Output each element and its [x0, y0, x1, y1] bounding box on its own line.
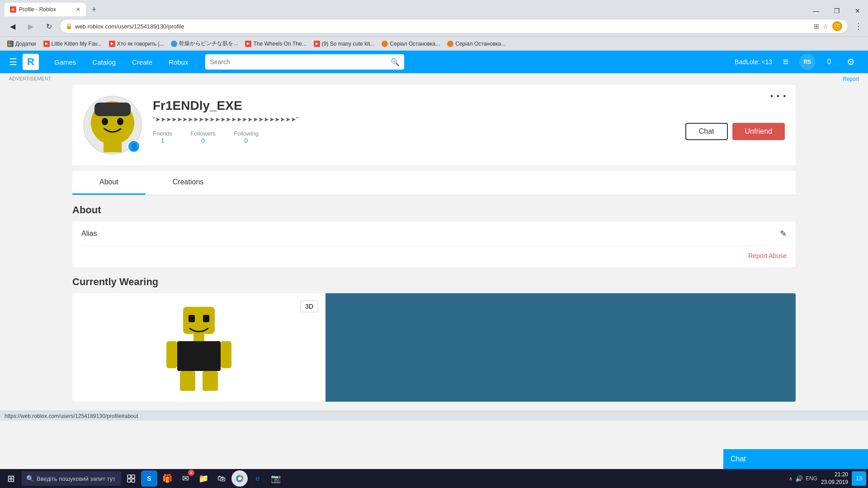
bookmark-addons-label: Додатки — [15, 41, 36, 47]
svg-point-4 — [117, 118, 123, 125]
roblox-logo[interactable]: R — [23, 54, 39, 70]
robux-icon-button[interactable]: RS — [799, 54, 816, 70]
stat-followers-value: 0 — [190, 137, 216, 144]
taskbar-store-icon[interactable]: 🛍 — [213, 470, 230, 487]
bookmark-yt2[interactable]: ▶ Хто як говорить |... — [107, 40, 166, 48]
stat-following[interactable]: Following 0 — [234, 130, 259, 144]
stat-friends-value: 1 — [153, 137, 172, 144]
bookmark-yt3[interactable]: ▶ The Wheels On The... — [243, 40, 308, 48]
new-tab-button[interactable]: + — [88, 3, 100, 16]
settings-icon-button[interactable]: ⚙ — [843, 54, 859, 70]
stat-followers[interactable]: Followers 0 — [190, 130, 216, 144]
bookmark-addons[interactable]: Додатки — [5, 40, 38, 48]
taskbar-mail-icon[interactable]: ✉ 4 — [177, 470, 193, 487]
back-button[interactable]: ◀ — [5, 19, 20, 33]
wearing-section-title: Currently Wearing — [72, 276, 796, 288]
browser-tab[interactable]: R Profile - Roblox ✕ — [5, 3, 86, 16]
taskbar-chrome-icon[interactable] — [231, 470, 248, 487]
currency-count: 0 — [821, 54, 837, 70]
svg-rect-12 — [180, 371, 195, 391]
bookmark-fox1[interactable]: Серіал Остановка... — [380, 40, 442, 48]
stat-friends-label: Friends — [153, 130, 172, 137]
bookmark-yt2-label: Хто як говорить |... — [117, 41, 164, 47]
ad-label: ADVERTISEMENT — [9, 76, 51, 82]
window-minimize-button[interactable]: — — [806, 3, 826, 19]
stat-followers-label: Followers — [190, 130, 216, 137]
stat-friends[interactable]: Friends 1 — [153, 130, 172, 144]
roblox-navbar: ☰ R Games Catalog Create Robux 🔍 BadLole… — [0, 51, 868, 73]
taskbar: ⊞ 🔍 Введіть пошуковий запит тут S 🎁 ✉ 4 … — [0, 469, 868, 488]
window-close-button[interactable]: ✕ — [847, 3, 868, 19]
svg-point-3 — [102, 118, 108, 125]
chat-popup[interactable]: Chat — [723, 449, 868, 469]
taskbar-speaker-icon[interactable]: 🔊 — [795, 475, 803, 482]
search-input[interactable] — [210, 58, 388, 66]
svg-rect-13 — [203, 371, 218, 391]
bookmark-yt4-label: (9) So many cute kit... — [322, 41, 375, 47]
profile-more-button[interactable]: • • • — [770, 92, 787, 100]
bookmark-star-icon[interactable]: ☆ — [823, 23, 829, 30]
tab-favicon: R — [10, 6, 16, 13]
about-alias-row: Alias ✎ — [81, 229, 787, 246]
profile-card: 👤 Fr1ENDly_EXE "➤➤➤➤➤➤➤➤➤➤➤➤➤➤➤➤➤➤➤➤➤➤➤➤… — [72, 85, 796, 165]
profile-avatar-wrap: 👤 — [83, 96, 142, 155]
taskbar-notification-button[interactable]: 13 — [852, 471, 866, 486]
tab-close-icon[interactable]: ✕ — [76, 6, 80, 13]
menu-icon[interactable]: ⋮ — [854, 21, 863, 31]
user-avatar-icon: 😊 — [832, 21, 842, 31]
taskbar-task-view-button[interactable] — [123, 470, 139, 487]
taskbar-clock: 21:20 23.09.2019 — [821, 471, 848, 486]
svg-rect-14 — [127, 475, 131, 478]
url-text: web.roblox.com/users/1254189130/profile — [75, 23, 184, 30]
nav-games-link[interactable]: Games — [46, 51, 84, 73]
svg-rect-2 — [104, 142, 122, 152]
nav-create-link[interactable]: Create — [124, 51, 160, 73]
translate-icon[interactable]: ⊞ — [814, 23, 819, 30]
chat-button[interactable]: Chat — [685, 123, 728, 140]
tab-creations[interactable]: Creations — [146, 171, 231, 195]
taskbar-search-placeholder: Введіть пошуковий запит тут — [37, 475, 115, 482]
bookmark-yt1[interactable]: ▶ Little Kitten My Fav... — [42, 40, 104, 48]
bookmark-globe[interactable]: 乾燥からピンチな肌を... — [169, 39, 240, 48]
start-button[interactable]: ⊞ — [2, 469, 20, 488]
nav-robux-link[interactable]: Robux — [160, 51, 196, 73]
tab-title: Profile - Roblox — [19, 6, 56, 13]
ad-bar: ADVERTISEMENT Report — [0, 73, 868, 85]
taskbar-edge-icon[interactable]: e — [250, 470, 266, 487]
bookmark-yt4[interactable]: ▶ (9) So many cute kit... — [312, 40, 377, 48]
window-maximize-button[interactable]: ❐ — [826, 3, 847, 19]
forward-button[interactable]: ▶ — [24, 19, 38, 33]
nav-catalog-link[interactable]: Catalog — [84, 51, 124, 73]
taskbar-search-box[interactable]: 🔍 Введіть пошуковий запит тут — [22, 471, 121, 486]
taskbar-folder-icon[interactable]: 📁 — [195, 470, 212, 487]
taskbar-gift-icon[interactable]: 🎁 — [159, 470, 175, 487]
taskbar-time-display: 21:20 — [821, 471, 848, 479]
avatar-friend-badge: 👤 — [127, 140, 140, 153]
wearing-content: 3D — [72, 293, 796, 402]
report-link[interactable]: Report — [843, 76, 859, 82]
search-box[interactable]: 🔍 — [205, 54, 404, 70]
search-icon[interactable]: 🔍 — [391, 58, 400, 66]
profile-actions: Chat Unfriend — [685, 123, 785, 140]
refresh-button[interactable]: ↻ — [42, 19, 56, 33]
hamburger-menu-button[interactable]: ☰ — [9, 56, 17, 67]
svg-rect-9 — [177, 341, 221, 371]
taskbar-expand-icon[interactable]: ∧ — [789, 476, 793, 482]
status-url: https://web.roblox.com/users/1254189130/… — [5, 413, 138, 419]
bookmark-fox2[interactable]: Серіал Остановка... — [445, 40, 507, 48]
report-abuse-link[interactable]: Report Abuse — [748, 252, 787, 259]
edit-icon[interactable]: ✎ — [780, 229, 787, 239]
3d-toggle-button[interactable]: 3D — [300, 300, 318, 312]
taskbar-camera-icon[interactable]: 📷 — [268, 470, 284, 487]
tab-about[interactable]: About — [72, 171, 146, 195]
wearing-avatar-panel: 3D — [72, 293, 326, 402]
bookmark-fox1-label: Серіал Остановка... — [390, 41, 440, 47]
unfriend-button[interactable]: Unfriend — [732, 123, 785, 140]
lock-icon: 🔒 — [66, 23, 72, 29]
address-bar[interactable]: 🔒 web.roblox.com/users/1254189130/profil… — [60, 19, 848, 33]
profile-status: "➤➤➤➤➤➤➤➤➤➤➤➤➤➤➤➤➤➤➤➤➤➤➤➤➤➤" — [153, 116, 675, 123]
feed-icon-button[interactable]: ≡ — [778, 54, 794, 70]
taskbar-date-display: 23.09.2019 — [821, 479, 848, 486]
wearing-section: Currently Wearing 3D — [72, 276, 796, 402]
taskbar-skype-icon[interactable]: S — [141, 470, 157, 487]
